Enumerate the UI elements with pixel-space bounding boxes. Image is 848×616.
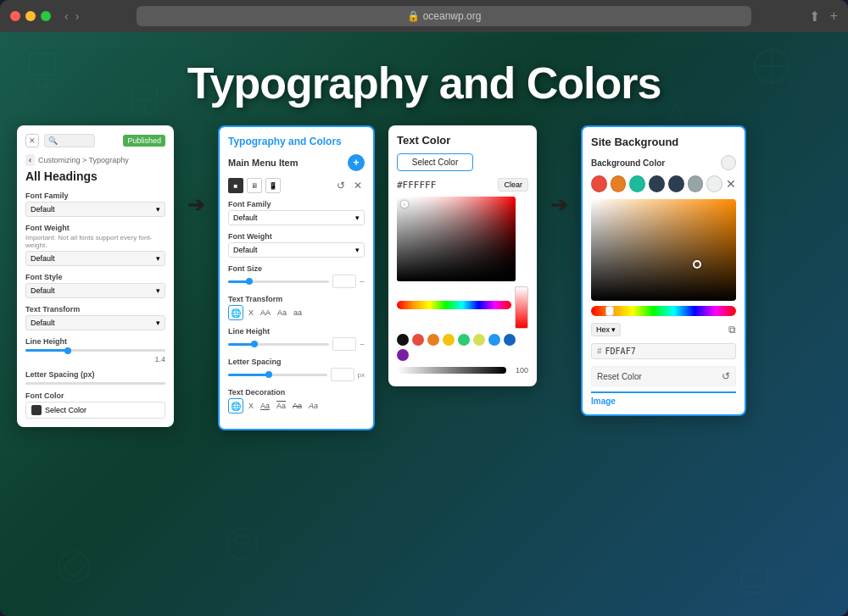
preset-yellow[interactable] (443, 334, 455, 346)
preset-green[interactable] (458, 334, 470, 346)
typo-font-size-slider-row: − (228, 275, 365, 288)
bg-color-circle[interactable] (721, 155, 736, 170)
color-picker-gradient[interactable] (397, 197, 516, 281)
hex-input-row: # FDFAF7 (591, 343, 736, 359)
minimize-dot[interactable] (25, 11, 36, 21)
text-transform-select[interactable]: Default ▾ (25, 315, 165, 330)
font-size-input[interactable] (332, 275, 356, 288)
typography-panel-title: Typography and Colors (228, 136, 365, 147)
dec-underline[interactable]: Aa (259, 402, 271, 410)
picker-cursor (693, 260, 701, 269)
copy-icon[interactable]: ⧉ (728, 324, 736, 336)
text-decoration-options: 🌐 X Aa Aa Aa Aa (228, 398, 365, 413)
transform-aa-upper[interactable]: AA (259, 308, 272, 317)
swatch-orange[interactable] (611, 175, 627, 192)
letter-spacing-slider[interactable] (228, 374, 327, 376)
dec-linethrough[interactable]: Aa (291, 402, 304, 410)
globe-dec-icon[interactable]: 🌐 (228, 398, 243, 413)
back-button[interactable]: ‹ (64, 9, 69, 23)
mobile-icon[interactable]: 📱 (265, 178, 281, 193)
line-height-slider[interactable] (228, 343, 329, 346)
preset-yellow2[interactable] (473, 334, 485, 346)
typo-letter-spacing-slider-row: px (228, 368, 365, 381)
preset-orange[interactable] (427, 334, 439, 346)
preset-black[interactable] (397, 334, 409, 346)
globe-icon[interactable]: 🌐 (228, 305, 243, 320)
font-family-select[interactable]: Default ▾ (25, 202, 165, 217)
close-dot[interactable] (10, 11, 20, 21)
preset-blue[interactable] (488, 334, 500, 346)
transform-aa-title[interactable]: Aa (276, 308, 288, 317)
typo-font-weight-select[interactable]: Default ▾ (228, 242, 365, 258)
swatch-red[interactable] (591, 175, 607, 192)
hue-slider[interactable] (397, 301, 511, 309)
close-button[interactable]: ✕ (351, 179, 365, 192)
dec-x[interactable]: X (247, 402, 255, 410)
typo-letter-spacing-section: Letter Spacing px (228, 358, 365, 381)
swatch-light[interactable] (706, 175, 722, 192)
url-bar[interactable]: 🔒 oceanwp.org (137, 6, 750, 26)
font-size-slider[interactable] (228, 280, 329, 283)
font-family-label: Font Family (25, 191, 165, 200)
reset-button[interactable]: ↺ (334, 179, 348, 192)
font-style-label: Font Style (25, 273, 165, 281)
minus-icon[interactable]: − (360, 277, 365, 286)
color-picker-icon[interactable]: ■ (228, 178, 243, 193)
swatch-dark[interactable] (668, 175, 684, 192)
hue-slider-wide[interactable] (591, 306, 736, 316)
maximize-dot[interactable] (41, 11, 51, 21)
sitebg-title: Site Background (591, 136, 736, 148)
add-button[interactable]: + (348, 154, 365, 171)
menu-item-row: Main Menu Item + (228, 154, 365, 171)
new-tab-icon[interactable]: + (830, 8, 838, 25)
preset-red[interactable] (412, 334, 424, 346)
opacity-bar[interactable] (515, 286, 528, 329)
px-label: px (358, 371, 365, 379)
image-tab[interactable]: Image (591, 391, 736, 406)
select-color-button[interactable]: Select Color (397, 153, 473, 171)
letter-spacing-input[interactable] (331, 368, 354, 381)
refresh-icon[interactable]: ↺ (722, 370, 730, 382)
clear-button[interactable]: Clear (498, 178, 528, 191)
back-button[interactable]: ‹ (25, 154, 35, 166)
desktop-icon[interactable]: 🖥 (247, 178, 262, 193)
customizer-search[interactable]: 🔍 (44, 134, 95, 147)
dropdown-icon: ▾ (355, 246, 360, 254)
minus-icon[interactable]: − (360, 340, 365, 349)
hex-dropdown[interactable]: Hex ▾ (591, 323, 621, 336)
line-height-input[interactable] (332, 337, 356, 351)
color-swatch (31, 405, 42, 415)
preset-darkblue[interactable] (504, 334, 516, 346)
share-icon[interactable]: ⬆ (809, 8, 820, 25)
typo-font-family-label: Font Family (228, 200, 365, 208)
preset-purple[interactable] (397, 349, 409, 361)
font-weight-select[interactable]: Default ▾ (25, 251, 165, 266)
select-color-button[interactable]: Select Color (25, 402, 165, 419)
line-height-slider[interactable] (25, 349, 165, 352)
font-color-label: Font Color (25, 391, 165, 400)
transform-x[interactable]: X (247, 308, 255, 317)
opacity-row: 100 (397, 366, 528, 375)
forward-button[interactable]: › (75, 9, 80, 23)
swatch-gray[interactable] (688, 175, 704, 192)
letter-spacing-slider[interactable] (25, 382, 165, 385)
swatches-row: ✕ (591, 175, 736, 192)
font-style-select[interactable]: Default ▾ (25, 283, 165, 298)
transform-aa-lower[interactable]: aa (292, 308, 304, 317)
text-transform-section: Text Transform Default ▾ (25, 305, 165, 330)
swatch-dark-teal[interactable] (649, 175, 665, 192)
opacity-slider[interactable] (397, 367, 506, 374)
dec-overline[interactable]: Aa (275, 402, 287, 410)
customizer-close[interactable]: ✕ (25, 134, 39, 147)
close-swatch-icon[interactable]: ✕ (726, 177, 736, 191)
typo-text-transform-label: Text Transform (228, 295, 365, 303)
panel-typography: Typography and Colors Main Menu Item + ■… (218, 125, 375, 430)
clear-label: Clear (504, 180, 522, 189)
typo-font-family-select[interactable]: Default ▾ (228, 210, 365, 225)
typo-text-decoration-section: Text Decoration 🌐 X Aa Aa Aa Aa (228, 388, 365, 413)
large-color-picker[interactable] (591, 199, 736, 301)
hex-input-value[interactable]: FDFAF7 (605, 347, 636, 356)
dec-italic[interactable]: Aa (307, 402, 320, 410)
typo-font-family-section: Font Family Default ▾ (228, 200, 365, 225)
swatch-teal[interactable] (629, 175, 645, 192)
